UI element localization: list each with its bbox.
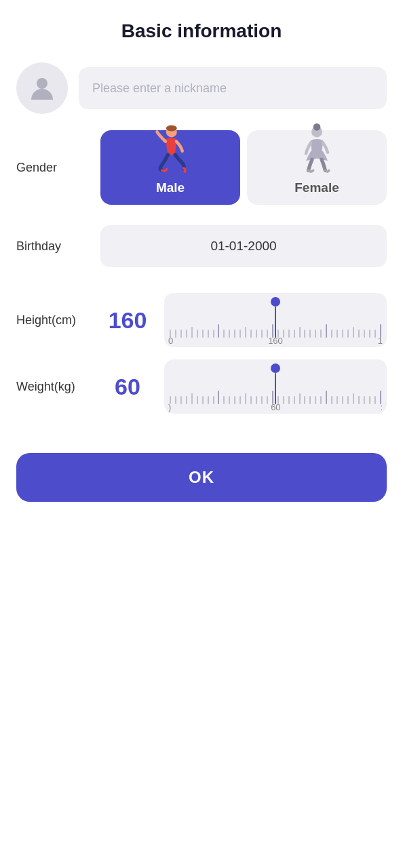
weight-slider[interactable]: ) 60 : [164,359,387,414]
svg-point-2 [166,125,177,132]
gender-female-button[interactable]: Female [247,130,387,205]
birthday-label: Birthday [16,239,91,254]
female-figure-icon [292,123,341,178]
height-ruler-label-left: 0 [168,336,173,346]
height-ruler-label-right: 1 [378,336,383,346]
gender-options: Male [100,130,387,205]
weight-ruler-label-left: ) [168,402,171,412]
svg-point-0 [37,78,47,89]
weight-ruler-label-right: : [380,402,383,412]
basic-information-screen: Basic information Gender [0,0,403,868]
male-label: Male [156,180,185,195]
gender-male-button[interactable]: Male [100,130,240,205]
ok-button[interactable]: OK [16,453,387,502]
page-title: Basic information [16,20,387,42]
needle-dot-weight [271,363,280,373]
weight-value: 60 [100,374,155,400]
avatar[interactable] [16,62,68,114]
needle-line-weight [275,373,277,404]
needle-line [275,307,277,338]
svg-point-4 [313,123,321,131]
needle-dot [271,297,280,307]
height-row: Height(cm) 160 0 160 [16,293,387,347]
avatar-icon [28,74,56,102]
weight-row: Weight(kg) 60 ) 60 : [16,359,387,414]
birthday-value: 01-01-2000 [210,239,276,254]
weight-ruler-track: ) 60 : [164,359,387,414]
height-ruler-track: 0 160 1 [164,293,387,347]
nickname-input[interactable] [79,67,387,109]
height-value: 160 [100,307,155,334]
weight-slider-needle [271,363,280,404]
gender-row: Gender [16,130,387,205]
gender-label: Gender [16,161,91,175]
male-figure-icon [146,123,195,178]
birthday-picker[interactable]: 01-01-2000 [100,225,387,267]
birthday-row: Birthday 01-01-2000 [16,225,387,267]
height-slider-needle [271,297,280,338]
height-label: Height(cm) [16,313,91,328]
weight-label: Weight(kg) [16,380,91,394]
nickname-row [16,62,387,114]
female-label: Female [294,180,339,195]
height-slider[interactable]: 0 160 1 [164,293,387,347]
